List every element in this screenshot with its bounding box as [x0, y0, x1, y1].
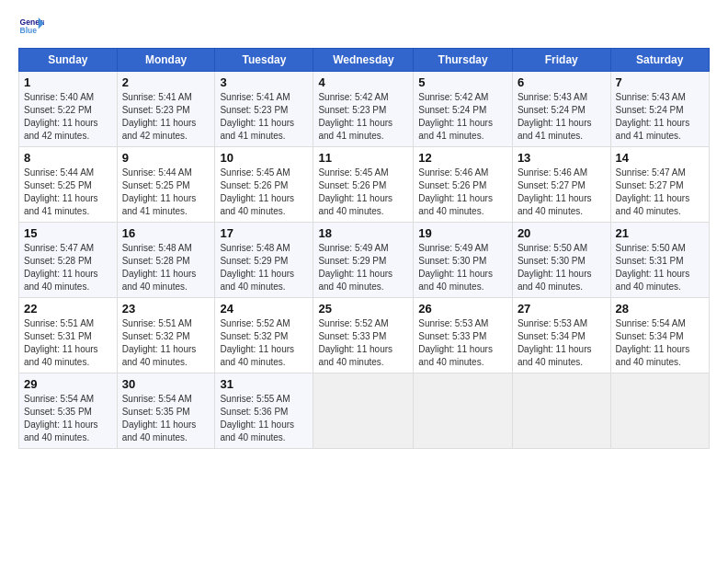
calendar-week-4: 22Sunrise: 5:51 AMSunset: 5:31 PMDayligh… — [19, 298, 710, 373]
day-number: 14 — [616, 151, 704, 165]
day-number: 23 — [122, 302, 210, 316]
calendar-table: SundayMondayTuesdayWednesdayThursdayFrid… — [18, 48, 710, 449]
calendar-cell: 27Sunrise: 5:53 AMSunset: 5:34 PMDayligh… — [512, 298, 610, 373]
day-number: 9 — [122, 151, 210, 165]
day-number: 25 — [318, 302, 408, 316]
calendar-cell: 4Sunrise: 5:42 AMSunset: 5:23 PMDaylight… — [313, 72, 414, 147]
day-detail: Sunrise: 5:45 AMSunset: 5:26 PMDaylight:… — [220, 167, 308, 218]
day-detail: Sunrise: 5:42 AMSunset: 5:24 PMDaylight:… — [418, 91, 507, 143]
day-detail: Sunrise: 5:46 AMSunset: 5:26 PMDaylight:… — [418, 167, 507, 218]
calendar-cell: 25Sunrise: 5:52 AMSunset: 5:33 PMDayligh… — [313, 298, 414, 373]
calendar-cell: 31Sunrise: 5:55 AMSunset: 5:36 PMDayligh… — [215, 373, 313, 449]
logo-icon: General Blue — [18, 15, 44, 40]
day-detail: Sunrise: 5:41 AMSunset: 5:23 PMDaylight:… — [220, 91, 308, 143]
day-number: 29 — [24, 377, 112, 391]
calendar-cell: 21Sunrise: 5:50 AMSunset: 5:31 PMDayligh… — [610, 223, 709, 298]
day-number: 1 — [24, 75, 112, 89]
day-number: 7 — [616, 75, 704, 89]
day-detail: Sunrise: 5:48 AMSunset: 5:28 PMDaylight:… — [122, 242, 210, 293]
calendar-cell: 18Sunrise: 5:49 AMSunset: 5:29 PMDayligh… — [313, 223, 414, 298]
day-number: 24 — [220, 302, 308, 316]
calendar-cell: 12Sunrise: 5:46 AMSunset: 5:26 PMDayligh… — [414, 147, 513, 223]
calendar-cell — [512, 373, 610, 449]
dow-header-sunday: Sunday — [19, 49, 118, 72]
calendar-cell: 5Sunrise: 5:42 AMSunset: 5:24 PMDaylight… — [414, 72, 513, 147]
day-number: 28 — [616, 302, 704, 316]
calendar-cell: 2Sunrise: 5:41 AMSunset: 5:23 PMDaylight… — [117, 72, 215, 147]
day-number: 6 — [518, 75, 606, 89]
calendar-cell: 22Sunrise: 5:51 AMSunset: 5:31 PMDayligh… — [19, 298, 118, 373]
day-detail: Sunrise: 5:51 AMSunset: 5:32 PMDaylight:… — [122, 317, 210, 369]
calendar-week-2: 8Sunrise: 5:44 AMSunset: 5:25 PMDaylight… — [19, 147, 710, 223]
day-detail: Sunrise: 5:53 AMSunset: 5:34 PMDaylight:… — [518, 317, 606, 369]
calendar-cell: 23Sunrise: 5:51 AMSunset: 5:32 PMDayligh… — [117, 298, 215, 373]
calendar-cell: 11Sunrise: 5:45 AMSunset: 5:26 PMDayligh… — [313, 147, 414, 223]
day-number: 15 — [24, 226, 112, 240]
calendar-cell — [414, 373, 513, 449]
day-number: 12 — [418, 151, 507, 165]
day-number: 30 — [122, 377, 210, 391]
calendar-cell: 24Sunrise: 5:52 AMSunset: 5:32 PMDayligh… — [215, 298, 313, 373]
day-number: 27 — [518, 302, 606, 316]
day-number: 20 — [518, 226, 606, 240]
day-detail: Sunrise: 5:45 AMSunset: 5:26 PMDaylight:… — [318, 167, 408, 218]
day-detail: Sunrise: 5:49 AMSunset: 5:30 PMDaylight:… — [418, 242, 507, 293]
calendar-cell — [313, 373, 414, 449]
calendar-cell: 26Sunrise: 5:53 AMSunset: 5:33 PMDayligh… — [414, 298, 513, 373]
calendar-cell: 7Sunrise: 5:43 AMSunset: 5:24 PMDaylight… — [610, 72, 709, 147]
svg-text:Blue: Blue — [20, 26, 38, 35]
calendar-cell: 1Sunrise: 5:40 AMSunset: 5:22 PMDaylight… — [19, 72, 118, 147]
day-detail: Sunrise: 5:49 AMSunset: 5:29 PMDaylight:… — [318, 242, 408, 293]
calendar-week-5: 29Sunrise: 5:54 AMSunset: 5:35 PMDayligh… — [19, 373, 710, 449]
day-number: 31 — [220, 377, 308, 391]
calendar-cell: 30Sunrise: 5:54 AMSunset: 5:35 PMDayligh… — [117, 373, 215, 449]
calendar-cell: 8Sunrise: 5:44 AMSunset: 5:25 PMDaylight… — [19, 147, 118, 223]
calendar-cell: 15Sunrise: 5:47 AMSunset: 5:28 PMDayligh… — [19, 223, 118, 298]
calendar-week-1: 1Sunrise: 5:40 AMSunset: 5:22 PMDaylight… — [19, 72, 710, 147]
day-number: 8 — [24, 151, 112, 165]
day-number: 10 — [220, 151, 308, 165]
day-detail: Sunrise: 5:47 AMSunset: 5:28 PMDaylight:… — [24, 242, 112, 293]
day-number: 3 — [220, 75, 308, 89]
calendar-cell: 14Sunrise: 5:47 AMSunset: 5:27 PMDayligh… — [610, 147, 709, 223]
day-number: 21 — [616, 226, 704, 240]
dow-header-thursday: Thursday — [414, 49, 513, 72]
day-detail: Sunrise: 5:55 AMSunset: 5:36 PMDaylight:… — [220, 393, 308, 444]
day-number: 26 — [418, 302, 507, 316]
day-number: 4 — [318, 75, 408, 89]
page-header: General Blue — [18, 15, 710, 40]
day-detail: Sunrise: 5:53 AMSunset: 5:33 PMDaylight:… — [418, 317, 507, 369]
calendar-week-3: 15Sunrise: 5:47 AMSunset: 5:28 PMDayligh… — [19, 223, 710, 298]
day-detail: Sunrise: 5:47 AMSunset: 5:27 PMDaylight:… — [616, 167, 704, 218]
day-detail: Sunrise: 5:40 AMSunset: 5:22 PMDaylight:… — [24, 91, 112, 143]
logo: General Blue — [18, 15, 44, 40]
day-detail: Sunrise: 5:43 AMSunset: 5:24 PMDaylight:… — [616, 91, 704, 143]
day-number: 13 — [518, 151, 606, 165]
day-number: 17 — [220, 226, 308, 240]
day-detail: Sunrise: 5:54 AMSunset: 5:34 PMDaylight:… — [616, 317, 704, 369]
day-number: 2 — [122, 75, 210, 89]
day-detail: Sunrise: 5:50 AMSunset: 5:30 PMDaylight:… — [518, 242, 606, 293]
calendar-cell: 17Sunrise: 5:48 AMSunset: 5:29 PMDayligh… — [215, 223, 313, 298]
dow-header-tuesday: Tuesday — [215, 49, 313, 72]
dow-header-saturday: Saturday — [610, 49, 709, 72]
day-detail: Sunrise: 5:48 AMSunset: 5:29 PMDaylight:… — [220, 242, 308, 293]
calendar-cell: 16Sunrise: 5:48 AMSunset: 5:28 PMDayligh… — [117, 223, 215, 298]
dow-header-monday: Monday — [117, 49, 215, 72]
calendar-cell: 6Sunrise: 5:43 AMSunset: 5:24 PMDaylight… — [512, 72, 610, 147]
dow-header-friday: Friday — [512, 49, 610, 72]
calendar-cell: 29Sunrise: 5:54 AMSunset: 5:35 PMDayligh… — [19, 373, 118, 449]
day-detail: Sunrise: 5:51 AMSunset: 5:31 PMDaylight:… — [24, 317, 112, 369]
dow-header-wednesday: Wednesday — [313, 49, 414, 72]
day-detail: Sunrise: 5:44 AMSunset: 5:25 PMDaylight:… — [122, 167, 210, 218]
day-detail: Sunrise: 5:52 AMSunset: 5:33 PMDaylight:… — [318, 317, 408, 369]
day-detail: Sunrise: 5:46 AMSunset: 5:27 PMDaylight:… — [518, 167, 606, 218]
day-detail: Sunrise: 5:44 AMSunset: 5:25 PMDaylight:… — [24, 167, 112, 218]
day-number: 5 — [418, 75, 507, 89]
day-detail: Sunrise: 5:42 AMSunset: 5:23 PMDaylight:… — [318, 91, 408, 143]
day-detail: Sunrise: 5:41 AMSunset: 5:23 PMDaylight:… — [122, 91, 210, 143]
day-number: 16 — [122, 226, 210, 240]
day-detail: Sunrise: 5:54 AMSunset: 5:35 PMDaylight:… — [122, 393, 210, 444]
calendar-cell: 13Sunrise: 5:46 AMSunset: 5:27 PMDayligh… — [512, 147, 610, 223]
day-detail: Sunrise: 5:43 AMSunset: 5:24 PMDaylight:… — [518, 91, 606, 143]
